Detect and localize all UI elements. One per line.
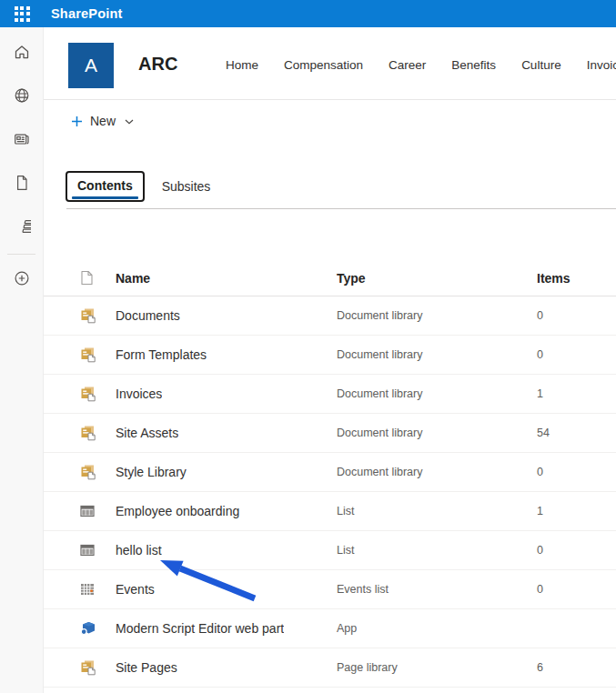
app-launcher-button[interactable] [0, 0, 44, 27]
nav-item-career[interactable]: Career [389, 58, 426, 72]
nav-item-compensation[interactable]: Compensation [284, 58, 363, 72]
site-logo[interactable]: A [68, 43, 114, 88]
column-header-name[interactable]: Name [116, 271, 337, 286]
item-name-link[interactable]: Site Assets [116, 426, 337, 440]
item-count: 0 [537, 309, 616, 322]
item-type: App [337, 622, 537, 635]
sidebar-item-libraries[interactable] [0, 205, 44, 248]
row-type-icon [80, 346, 116, 363]
item-type: Document library [337, 309, 537, 322]
item-type: Document library [337, 427, 537, 439]
row-type-icon [80, 307, 116, 324]
table-row[interactable]: hello list List 0 [44, 531, 616, 570]
site-header: A ARC Home Compensation Career Benefits … [44, 27, 616, 100]
tab-subsites[interactable]: Subsites [162, 179, 211, 194]
table-row[interactable]: Site Assets Document library 54 [44, 414, 616, 453]
suite-app-name[interactable]: SharePoint [51, 6, 123, 21]
home-icon [13, 43, 31, 61]
tab-contents[interactable]: Contents [66, 171, 145, 202]
row-type-icon [80, 386, 116, 402]
item-name-link[interactable]: Modern Script Editor web part [116, 621, 337, 636]
nav-item-invoices[interactable]: Invoices [587, 58, 616, 72]
command-bar: New [44, 100, 616, 142]
row-type-icon [80, 620, 116, 637]
table-header: Name Type Items [44, 260, 616, 296]
item-count: 0 [537, 544, 616, 557]
plus-circle-icon [13, 269, 31, 287]
item-type: Events list [337, 583, 537, 596]
table-row[interactable]: Style Library Document library 0 [44, 453, 616, 492]
nav-item-home[interactable]: Home [226, 58, 258, 72]
row-type-icon [80, 425, 116, 441]
item-count: 0 [537, 466, 616, 478]
item-type: Document library [337, 387, 537, 400]
row-type-icon [80, 504, 116, 518]
item-count: 6 [537, 661, 616, 674]
site-title[interactable]: ARC [138, 54, 177, 75]
item-name-link[interactable]: Events [116, 582, 337, 597]
sidebar-item-files[interactable] [0, 161, 44, 205]
nav-item-culture[interactable]: Culture [521, 58, 561, 72]
table-row[interactable]: Modern Script Editor web part App [44, 609, 616, 648]
sidebar-item-sites[interactable] [0, 74, 44, 117]
item-type: Document library [337, 466, 537, 478]
suite-bar: SharePoint [0, 0, 616, 27]
row-type-icon [80, 543, 116, 557]
item-name-link[interactable]: Documents [116, 308, 337, 323]
main-content: A ARC Home Compensation Career Benefits … [44, 27, 616, 693]
sidebar-item-home[interactable] [0, 30, 44, 74]
nav-item-benefits[interactable]: Benefits [451, 58, 496, 72]
item-count: 0 [537, 583, 616, 596]
column-header-type[interactable]: Type [337, 271, 537, 286]
row-type-icon [80, 582, 116, 597]
item-count: 54 [537, 427, 616, 439]
pivot-tabs: Contents Subsites [44, 171, 616, 202]
table-row[interactable]: Site Pages Page library 6 [44, 648, 616, 688]
item-type: List [337, 505, 537, 517]
item-name-link[interactable]: Employee onboarding [116, 504, 337, 518]
globe-icon [13, 86, 31, 105]
site-navigation: Home Compensation Career Benefits Cultur… [226, 58, 616, 72]
item-name-link[interactable]: Site Pages [116, 660, 337, 675]
file-type-column-icon [80, 270, 116, 286]
item-name-link[interactable]: Invoices [116, 387, 337, 401]
item-type: Page library [337, 661, 537, 674]
sidebar-divider [7, 254, 35, 255]
item-name-link[interactable]: hello list [116, 543, 337, 557]
item-name-link[interactable]: Form Templates [116, 347, 337, 362]
item-count: 1 [537, 505, 616, 517]
tabs-divider [66, 208, 616, 209]
row-type-icon [80, 659, 116, 676]
item-type: Document library [337, 348, 537, 361]
chevron-down-icon [125, 119, 134, 125]
item-type: List [337, 544, 537, 557]
item-count: 0 [537, 348, 616, 361]
table-row[interactable]: Invoices Document library 1 [44, 375, 616, 414]
table-row[interactable]: Form Templates Document library 0 [44, 336, 616, 375]
table-row[interactable]: Events Events list 0 [44, 570, 616, 609]
library-icon [13, 217, 31, 236]
sidebar-item-news[interactable] [0, 117, 44, 161]
left-app-rail [0, 27, 44, 693]
table-body: Documents Document library 0 [44, 296, 616, 688]
new-button-label: New [90, 114, 116, 128]
new-button[interactable]: New [71, 114, 134, 128]
news-icon [13, 130, 31, 148]
row-type-icon [80, 464, 116, 480]
column-header-items[interactable]: Items [537, 271, 616, 286]
waffle-icon [15, 6, 30, 22]
item-name-link[interactable]: Style Library [116, 465, 337, 479]
sidebar-item-create[interactable] [0, 256, 44, 300]
document-icon [13, 174, 31, 192]
table-row[interactable]: Employee onboarding List 1 [44, 492, 616, 531]
contents-table: Name Type Items [44, 260, 616, 688]
plus-icon [71, 116, 83, 127]
table-row[interactable]: Documents Document library 0 [44, 296, 616, 336]
item-count: 1 [537, 387, 616, 400]
